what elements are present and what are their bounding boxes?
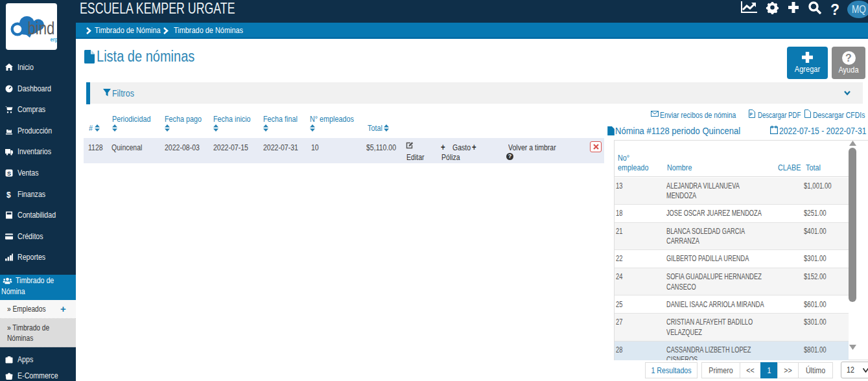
svg-text:bind: bind [28,18,55,38]
svg-text:S: S [7,170,11,177]
svg-text:$: $ [6,190,11,198]
svg-text:P: P [749,112,753,117]
svg-text:erp: erp [51,36,58,43]
